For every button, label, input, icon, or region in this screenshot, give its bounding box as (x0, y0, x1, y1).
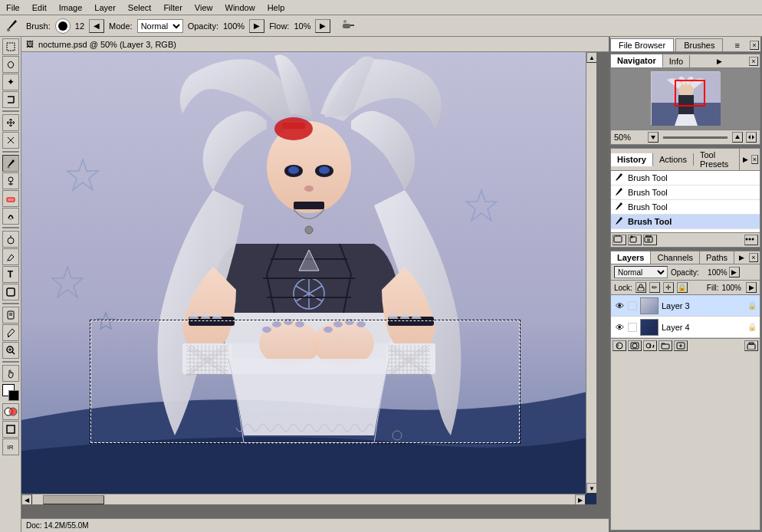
tab-channels[interactable]: Channels (651, 251, 699, 264)
lock-transparent-btn[interactable] (636, 282, 646, 293)
tool-brush[interactable] (2, 155, 19, 172)
panel-close-btn[interactable]: × (750, 41, 759, 50)
menu-image[interactable]: Image (53, 2, 89, 14)
layer-3-visibility[interactable]: 👁 (614, 300, 625, 311)
tab-history[interactable]: History (611, 153, 653, 166)
tool-lasso[interactable] (2, 56, 19, 73)
tool-eyedropper[interactable] (2, 324, 19, 341)
layer-4-link[interactable] (628, 323, 637, 332)
tab-navigator[interactable]: Navigator (611, 54, 663, 67)
tool-notes[interactable] (2, 307, 19, 323)
layer-mask-btn[interactable] (628, 340, 642, 351)
layer-4-visibility[interactable]: 👁 (614, 322, 625, 333)
tool-crop[interactable] (2, 91, 19, 108)
menu-view[interactable]: View (189, 2, 219, 14)
tab-layers[interactable]: Layers (611, 251, 651, 264)
layer-group-btn[interactable] (659, 340, 672, 351)
opacity-increase[interactable]: ▶ (249, 19, 264, 33)
brush-icon-2 (614, 187, 625, 198)
menu-select[interactable]: Select (122, 2, 158, 14)
layer-new-btn[interactable] (674, 340, 688, 351)
zoom-max-btn[interactable] (746, 132, 757, 143)
canvas-title: nocturne.psd @ 50% (Layer 3, RGB) (38, 40, 176, 49)
blend-mode-select[interactable]: Normal Multiply Screen (614, 266, 668, 278)
layers-close[interactable]: × (749, 253, 758, 262)
history-close[interactable]: × (751, 155, 758, 164)
mode-select[interactable]: Normal Multiply Screen (137, 19, 183, 33)
fill-label: Fill: (707, 284, 719, 292)
tool-type[interactable]: T (2, 266, 19, 283)
tool-blur[interactable] (2, 208, 19, 225)
layer-fx-btn[interactable]: f (613, 340, 626, 351)
history-item-active[interactable]: Brush Tool (611, 215, 760, 229)
svg-point-33 (304, 186, 314, 192)
tab-tool-presets[interactable]: Tool Presets (694, 149, 740, 170)
history-item[interactable]: Brush Tool (611, 171, 760, 186)
tool-screen-mode[interactable] (2, 421, 19, 438)
zoom-slider[interactable] (663, 136, 728, 139)
tool-hand[interactable] (2, 365, 19, 382)
tool-dodge[interactable] (2, 231, 19, 248)
layers-expand[interactable]: ▶ (736, 254, 747, 261)
layer-3-thumbnail (640, 297, 659, 314)
tab-info[interactable]: Info (663, 55, 690, 67)
layer-adjustment-btn[interactable] (643, 340, 657, 351)
airbrush-toggle[interactable] (341, 18, 356, 34)
navigator-expand[interactable]: ▶ (714, 57, 725, 65)
menu-window[interactable]: Window (219, 2, 261, 14)
tab-paths[interactable]: Paths (700, 251, 734, 264)
tool-clone[interactable] (2, 172, 19, 189)
history-snapshot-btn[interactable] (613, 235, 626, 245)
history-options-btn[interactable] (744, 235, 758, 245)
tool-eraser[interactable] (2, 190, 19, 207)
fill-arrow[interactable]: ▶ (746, 282, 757, 293)
foreground-color-swatch[interactable] (2, 384, 19, 401)
tab-file-browser[interactable]: File Browser (610, 38, 674, 51)
panel-options-btn[interactable]: ≡ (732, 41, 743, 50)
scroll-right-btn[interactable]: ▶ (575, 494, 586, 504)
layer-item-4[interactable]: 👁 Layer 4 🔒 (611, 317, 760, 338)
menu-help[interactable]: Help (261, 2, 291, 14)
tool-slice[interactable] (2, 132, 19, 149)
tool-pen[interactable] (2, 248, 19, 265)
scroll-up-btn[interactable]: ▲ (586, 52, 596, 63)
tool-move[interactable] (2, 114, 19, 131)
history-item[interactable]: Brush Tool (611, 186, 760, 200)
tab-brushes[interactable]: Brushes (675, 38, 723, 51)
tool-magic-wand[interactable]: ✦ (2, 74, 19, 90)
canvas-window[interactable]: ▲ ▼ ◀ ▶ (21, 52, 609, 518)
flow-increase[interactable]: ▶ (315, 19, 330, 33)
canvas-scrollbar-horizontal[interactable]: ◀ ▶ (21, 494, 586, 504)
tab-actions[interactable]: Actions (653, 153, 694, 166)
zoom-out-btn[interactable] (648, 132, 659, 143)
history-item[interactable]: Brush Tool (611, 200, 760, 215)
scroll-down-btn[interactable]: ▼ (586, 483, 596, 494)
history-new-btn[interactable] (628, 235, 642, 245)
brush-size-down[interactable]: ◀ (89, 19, 104, 33)
menu-file[interactable]: File (0, 2, 26, 14)
lock-all-btn[interactable]: 🔒 (677, 282, 688, 293)
menu-layer[interactable]: Layer (88, 2, 122, 14)
opacity-arrow[interactable]: ▶ (729, 267, 740, 277)
tool-shape[interactable] (2, 284, 19, 300)
lock-image-btn[interactable]: ✏ (649, 282, 660, 293)
tool-marquee[interactable] (2, 38, 19, 55)
layer-3-link[interactable] (628, 301, 637, 310)
canvas-scrollbar-vertical[interactable]: ▲ ▼ (586, 52, 596, 494)
zoom-in-btn[interactable] (732, 132, 743, 143)
history-expand[interactable]: ▶ (740, 156, 751, 163)
history-delete-btn[interactable] (643, 235, 657, 245)
tool-zoom[interactable] (2, 342, 19, 359)
scroll-left-btn[interactable]: ◀ (21, 494, 32, 504)
navigator-close[interactable]: × (749, 57, 758, 66)
lock-position-btn[interactable]: ✛ (663, 282, 674, 293)
scroll-h-thumb[interactable] (43, 495, 104, 504)
brush-preview[interactable] (55, 18, 71, 34)
menu-edit[interactable]: Edit (26, 2, 53, 14)
brush-tool-indicator (3, 17, 21, 35)
layer-item-3[interactable]: 👁 Layer 3 🔒 (611, 295, 760, 317)
tool-imageready[interactable]: IR (2, 438, 19, 455)
layer-delete-btn[interactable] (744, 340, 758, 351)
tool-quick-mask[interactable] (2, 403, 19, 420)
menu-filter[interactable]: Filter (157, 2, 188, 14)
